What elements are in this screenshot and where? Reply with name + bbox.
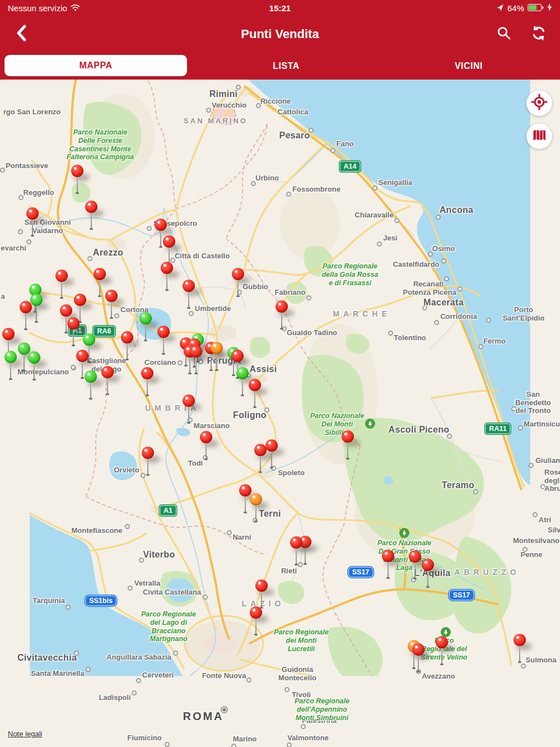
city-dot: [66, 605, 71, 610]
city-label: Assisi: [250, 364, 277, 374]
city-label: Umbertide: [195, 305, 231, 313]
city-label: Roseto degli Abruzzi: [544, 468, 560, 493]
map-pin[interactable]: [2, 350, 19, 381]
city-dot: [74, 651, 79, 656]
map-pin[interactable]: [119, 330, 136, 361]
map-pin[interactable]: [252, 443, 269, 474]
map-pin[interactable]: [273, 299, 290, 331]
city-label: Civita Castellana: [143, 588, 201, 597]
map-pin[interactable]: [339, 429, 356, 461]
city-label: Vetralla: [134, 579, 160, 588]
city-label: Orvieto: [114, 466, 139, 475]
city-dot: [444, 276, 449, 281]
map-pin[interactable]: [198, 430, 214, 461]
map-pin[interactable]: [103, 289, 120, 320]
city-dot: [136, 678, 141, 683]
carrier-label: Nessun servizio: [8, 3, 67, 13]
map-pin[interactable]: [248, 605, 264, 637]
map-pin[interactable]: [180, 279, 197, 310]
city-dot: [540, 484, 545, 489]
refresh-button[interactable]: [528, 23, 550, 45]
city-label: Fonte Nuova: [202, 672, 246, 680]
city-label: evarchi: [1, 244, 26, 253]
map-pin[interactable]: [139, 446, 156, 477]
legal-notes-link[interactable]: Note legali: [8, 730, 42, 738]
locate-me-button[interactable]: [526, 90, 552, 116]
region-label: MARCHE: [333, 310, 390, 319]
map-pin[interactable]: [139, 366, 156, 397]
city-dot: [511, 406, 516, 411]
city-label: Jesi: [383, 234, 397, 243]
city-label: Macerata: [423, 298, 464, 308]
map-pin[interactable]: [137, 311, 154, 342]
city-label: Città di Castello: [175, 252, 230, 261]
city-dot: [246, 678, 251, 683]
map-pin[interactable]: [288, 535, 305, 567]
map-pin[interactable]: [180, 393, 197, 425]
map-pin[interactable]: [511, 633, 528, 664]
city-label: Porto Sant'Elpidio: [503, 306, 545, 322]
status-time: 15:21: [269, 3, 291, 13]
city-dot: [309, 128, 314, 133]
city-dot: [388, 331, 393, 336]
map-pin[interactable]: [188, 344, 204, 375]
map-pin[interactable]: [17, 300, 34, 331]
back-button[interactable]: [10, 23, 32, 45]
map-pin[interactable]: [208, 341, 225, 372]
map-pin[interactable]: [53, 268, 70, 300]
city-dot: [87, 256, 92, 261]
city-label: Civitavecchia: [17, 653, 77, 663]
map-mode-button[interactable]: [526, 123, 552, 149]
map-pin[interactable]: [65, 316, 82, 347]
city-label: Urbino: [255, 174, 279, 183]
tab-vicini[interactable]: VICINI: [377, 53, 560, 80]
refresh-icon: [531, 25, 547, 43]
city-dot: [173, 651, 178, 656]
city-label: Viterbo: [143, 550, 175, 560]
map-pin[interactable]: [155, 324, 172, 356]
map-pin[interactable]: [419, 558, 436, 589]
city-dot: [18, 195, 24, 200]
city-label: Ancona: [440, 205, 473, 215]
city-label: Sulmona: [526, 656, 557, 665]
tab-mappa[interactable]: MAPPA: [4, 55, 187, 76]
map-pin[interactable]: [230, 267, 246, 298]
page-title: Punti Vendita: [241, 27, 319, 41]
road-shield: RA11: [485, 424, 510, 434]
city-label: Fiumicino: [127, 734, 161, 743]
map-mode-icon: [531, 127, 547, 145]
city-label: Fossombrone: [292, 185, 340, 194]
tree-icon: [365, 419, 375, 429]
map-pin[interactable]: [26, 350, 43, 382]
map-pin[interactable]: [158, 261, 175, 292]
charging-bolt-icon: [547, 3, 552, 13]
search-button[interactable]: [493, 23, 515, 45]
city-dot: [125, 524, 130, 529]
map-pin[interactable]: [380, 549, 396, 580]
map-pin[interactable]: [83, 199, 100, 231]
tab-lista[interactable]: LISTA: [195, 53, 377, 80]
road-shield: SS17: [348, 567, 374, 578]
city-dot: [447, 434, 452, 439]
battery-percent-label: 64%: [507, 3, 524, 13]
city-label: Fano: [336, 140, 353, 149]
city-dot: [26, 239, 31, 244]
city-dot: [478, 344, 483, 349]
map-pin[interactable]: [433, 635, 450, 666]
city-label: Rimini: [209, 89, 238, 99]
map-pin[interactable]: [69, 164, 86, 195]
map-pin[interactable]: [24, 206, 41, 238]
city-label: Rieti: [281, 567, 297, 576]
city-dot: [264, 407, 269, 412]
map-pin[interactable]: [82, 369, 99, 401]
map-pin[interactable]: [248, 492, 264, 523]
map-pin[interactable]: [410, 642, 427, 674]
park-label: Parco Regionale del Lago di Bracciano Ma…: [141, 610, 196, 643]
map-pin[interactable]: [246, 378, 263, 409]
city-dot: [286, 192, 291, 197]
city-label: Spoleto: [278, 469, 305, 477]
city-dot: [203, 595, 208, 600]
city-label: a: [1, 293, 4, 301]
city-dot: [377, 242, 382, 247]
map-canvas[interactable]: rgo San LorenzoPontassieveReggelloSan Gi…: [0, 80, 560, 747]
